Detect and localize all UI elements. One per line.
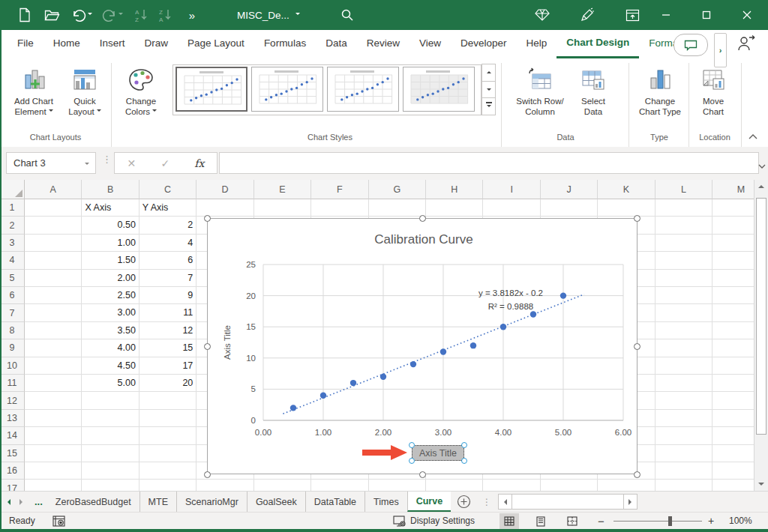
horizontal-scrollbar[interactable] <box>499 492 638 512</box>
close-button[interactable] <box>730 0 764 30</box>
chart-style-thumbnail[interactable] <box>403 67 475 112</box>
column-header-L[interactable]: L <box>656 180 712 199</box>
cell-B10[interactable]: 4.50 <box>85 357 135 375</box>
scroll-down-button[interactable] <box>754 477 768 491</box>
ribbon-tab-view[interactable]: View <box>410 30 451 58</box>
cell-B6[interactable]: 2.50 <box>85 287 135 304</box>
chart-resize-handle[interactable] <box>634 343 640 350</box>
ribbon-tab-draw[interactable]: Draw <box>135 30 178 58</box>
change-chart-type-button[interactable]: Change Chart Type <box>633 63 687 132</box>
cell-B11[interactable]: 5.00 <box>85 375 135 392</box>
page-layout-view-button[interactable] <box>531 513 550 529</box>
select-data-button[interactable]: Select Data <box>572 63 615 132</box>
x-axis-title[interactable]: Axis Title <box>412 445 464 461</box>
name-box[interactable]: Chart 3 <box>6 152 96 174</box>
cell-B8[interactable]: 3.50 <box>85 322 135 339</box>
insert-function-icon[interactable]: fx <box>194 157 204 169</box>
zoom-in-button[interactable]: + <box>708 513 714 529</box>
add-chart-element-button[interactable]: Add Chart Element <box>8 63 60 132</box>
zoom-out-button[interactable]: − <box>598 513 604 529</box>
data-point[interactable] <box>530 311 536 317</box>
sheet-tab-curve[interactable]: Curve <box>407 492 451 512</box>
gallery-more-button[interactable] <box>482 97 496 115</box>
sheet-tab-datatable[interactable]: DataTable <box>305 492 364 512</box>
cell-C9[interactable]: 15 <box>142 339 193 357</box>
search-icon[interactable] <box>338 5 357 25</box>
cell-C6[interactable]: 9 <box>142 287 193 304</box>
chart-style-thumbnail[interactable] <box>176 67 248 112</box>
cell-C5[interactable]: 7 <box>142 270 193 287</box>
undo-icon[interactable] <box>69 5 88 25</box>
switch-row-column-button[interactable]: Switch Row/ Column <box>512 63 568 132</box>
data-point[interactable] <box>560 292 566 298</box>
formula-bar-expand-chevron[interactable] <box>758 159 766 172</box>
sheet-tab-scenariomgr[interactable]: ScenarioMgr <box>176 492 247 512</box>
name-box-chevron[interactable] <box>85 163 89 167</box>
row-header-2[interactable]: 2 <box>0 217 25 234</box>
sheet-tabs-overflow[interactable]: ... <box>30 492 47 512</box>
vertical-scrollbar[interactable] <box>754 180 768 491</box>
row-header-15[interactable]: 15 <box>0 445 25 462</box>
ribbon-tab-data[interactable]: Data <box>316 30 357 58</box>
chart-resize-handle[interactable] <box>204 215 211 222</box>
column-header-K[interactable]: K <box>598 180 655 199</box>
data-point[interactable] <box>440 348 446 354</box>
cell-C1[interactable]: Y Axis <box>142 199 193 217</box>
cell-B2[interactable]: 0.50 <box>85 217 135 234</box>
chart-resize-handle[interactable] <box>419 215 426 222</box>
zoom-slider-thumb[interactable] <box>668 516 672 526</box>
column-header-A[interactable]: A <box>25 180 82 199</box>
ribbon-tab-home[interactable]: Home <box>44 30 90 58</box>
y-axis-title[interactable]: Axis Title <box>223 325 232 360</box>
change-colors-button[interactable]: Change Colors <box>114 63 168 132</box>
new-file-icon[interactable] <box>15 5 34 25</box>
undo-dropdown-chevron[interactable] <box>88 13 92 17</box>
row-header-17[interactable]: 17 <box>0 480 25 491</box>
horizontal-scrollbar-thumb[interactable] <box>512 494 624 510</box>
row-header-16[interactable]: 16 <box>0 462 25 480</box>
scroll-left-button[interactable] <box>498 494 512 510</box>
cell-B4[interactable]: 1.50 <box>85 252 135 269</box>
cell-C3[interactable]: 4 <box>142 235 193 252</box>
ribbon-tab-chart-design[interactable]: Chart Design <box>556 30 639 58</box>
cell-B3[interactable]: 1.00 <box>85 235 135 252</box>
column-header-D[interactable]: D <box>196 180 254 199</box>
feedback-pen-icon[interactable] <box>578 5 597 25</box>
premium-diamond-icon[interactable] <box>532 5 552 25</box>
macro-record-icon[interactable] <box>52 513 65 529</box>
sheet-tab-goalseek[interactable]: GoalSeek <box>247 492 305 512</box>
data-point[interactable] <box>500 324 506 330</box>
new-sheet-button[interactable] <box>451 492 476 512</box>
chart-resize-handle[interactable] <box>204 343 211 350</box>
share-icon[interactable] <box>736 34 756 55</box>
cell-C2[interactable]: 2 <box>142 217 193 234</box>
zoom-level[interactable]: 100% <box>729 513 752 529</box>
column-header-E[interactable]: E <box>254 180 311 199</box>
page-break-preview-button[interactable] <box>562 513 582 529</box>
trendline-equation[interactable]: y = 3.8182x - 0.2 <box>478 288 543 297</box>
data-point[interactable] <box>380 374 386 380</box>
chart-title[interactable]: Calibration Curve <box>374 232 472 247</box>
gallery-scroll-up-button[interactable] <box>482 64 496 82</box>
data-point[interactable] <box>470 342 476 348</box>
chart-resize-handle[interactable] <box>419 471 426 478</box>
scroll-up-button[interactable] <box>754 180 768 193</box>
collapse-ribbon-chevron[interactable] <box>748 130 758 144</box>
column-header-I[interactable]: I <box>483 180 540 199</box>
more-commands-icon[interactable]: » <box>182 5 202 25</box>
trendline-r-squared[interactable]: R² = 0.9888 <box>488 302 533 311</box>
cell-C4[interactable]: 6 <box>142 252 193 269</box>
move-chart-button[interactable]: Move Chart <box>692 63 735 132</box>
sheet-tab-mte[interactable]: MTE <box>140 492 176 512</box>
cell-C8[interactable]: 12 <box>142 322 193 339</box>
row-header-13[interactable]: 13 <box>0 410 25 427</box>
axis-title-selection-handle[interactable] <box>409 442 415 448</box>
ribbon-tab-insert[interactable]: Insert <box>90 30 135 58</box>
row-header-9[interactable]: 9 <box>0 339 25 357</box>
column-header-H[interactable]: H <box>426 180 483 199</box>
formula-input[interactable] <box>219 152 759 174</box>
row-header-4[interactable]: 4 <box>0 252 25 269</box>
sheet-tab-times[interactable]: Times <box>364 492 407 512</box>
data-point[interactable] <box>410 361 416 367</box>
embedded-chart[interactable]: 0.001.002.003.004.005.006.000510152025Ca… <box>207 218 638 474</box>
